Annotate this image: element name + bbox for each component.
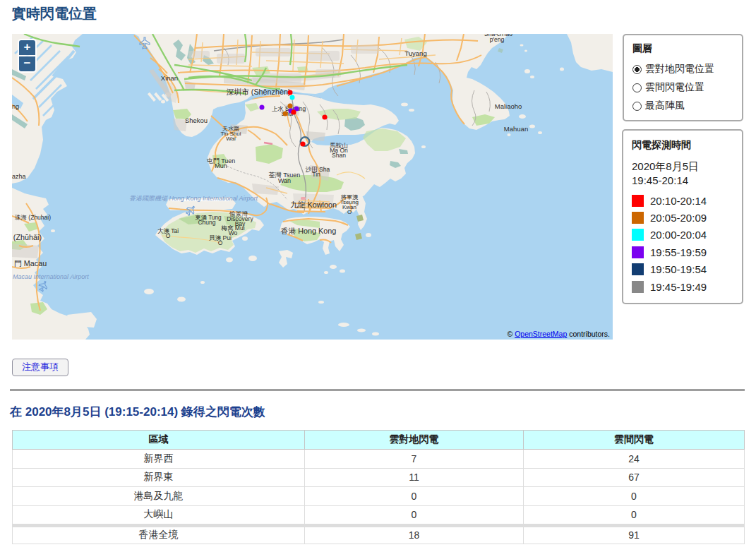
svg-text:O: O [166,232,171,239]
svg-text:Chung: Chung [198,219,215,226]
svg-text:O: O [218,239,223,246]
svg-text:門 Macau: 門 Macau [14,259,47,268]
svg-text:Tuyang: Tuyang [404,49,426,57]
svg-text:Wan: Wan [278,177,291,184]
svg-text:Maliaoho: Maliaoho [495,102,522,110]
svg-text:珠海 (Zhuhai): 珠海 (Zhuhai) [15,214,51,221]
svg-text:海 (Zhūhǎi): 海 (Zhūhǎi) [12,233,42,241]
svg-text:九龍 Kowloon: 九龍 Kowloon [290,200,337,209]
svg-text:Wai: Wai [226,136,236,142]
svg-text:Shan: Shan [332,152,346,159]
svg-text:Mun: Mun [215,162,227,169]
svg-text:Tin: Tin [312,171,320,178]
svg-text:ng: ng [12,103,19,110]
svg-text:azha: azha [12,173,26,180]
svg-text:香港 Hong Kong: 香港 Hong Kong [281,227,337,235]
svg-text:Shekou: Shekou [185,116,208,124]
svg-text:香港國際機場 Hong Kong International: 香港國際機場 Hong Kong International Airport [129,195,258,202]
svg-text:Macau International Airport: Macau International Airport [13,273,89,280]
svg-text:Mahuan: Mahuan [504,125,528,133]
svg-text:O: O [347,209,352,215]
svg-text:Xinan: Xinan [161,74,178,82]
svg-text:p'eng: p'eng [490,36,505,43]
svg-text:深圳市 (Shēnzhèn): 深圳市 (Shēnzhèn) [226,88,290,96]
